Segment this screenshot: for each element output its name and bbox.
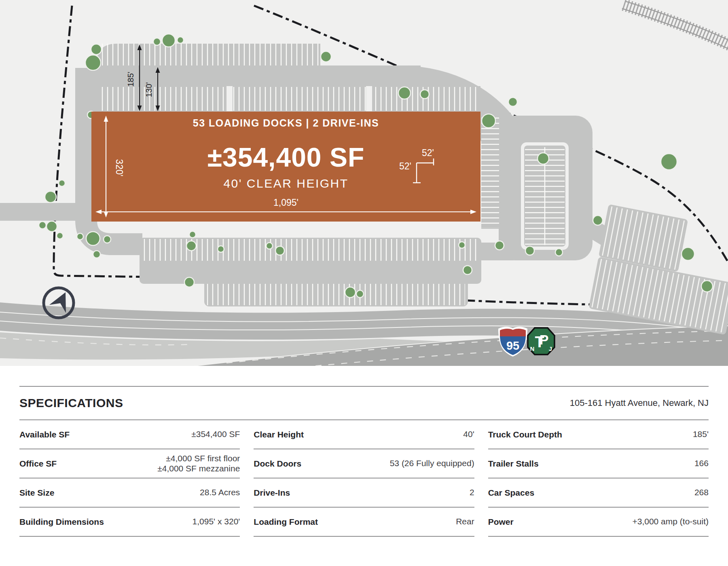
spec-value: 40' <box>463 429 474 439</box>
page-title: SPECIFICATIONS <box>19 396 123 410</box>
spec-row-trailer-stalls: Trailer Stalls 166 <box>488 449 709 478</box>
building: 53 LOADING DOCKS | 2 DRIVE-INS ±354,400 … <box>91 112 480 222</box>
svg-text:320': 320' <box>114 159 125 177</box>
spec-row-clear-height: Clear Height 40' <box>254 420 474 449</box>
building-docks-label: 53 LOADING DOCKS | 2 DRIVE-INS <box>193 117 379 129</box>
spec-label: Power <box>488 517 514 527</box>
bay-spacing-top-label: 52' <box>422 148 434 158</box>
building-size-label: ±354,400 SF <box>207 142 364 172</box>
spec-row-truck-court-depth: Truck Court Depth 185' <box>488 420 709 449</box>
spec-row-car-spaces: Car Spaces 268 <box>488 478 709 507</box>
spec-label: Car Spaces <box>488 488 534 498</box>
spec-value: Rear <box>456 517 474 526</box>
specs-grid: Available SF ±354,400 SF Office SF ±4,00… <box>19 420 709 536</box>
site-plan: 53 LOADING DOCKS | 2 DRIVE-INS ±354,400 … <box>0 0 728 366</box>
specs-column-3: Truck Court Depth 185' Trailer Stalls 16… <box>488 420 709 536</box>
specifications-section: SPECIFICATIONS 105-161 Hyatt Avenue, New… <box>19 386 709 536</box>
spec-row-available-sf: Available SF ±354,400 SF <box>19 420 240 449</box>
spec-value: ±354,400 SF <box>191 429 240 439</box>
spec-value: 268 <box>694 488 709 497</box>
property-address: 105-161 Hyatt Avenue, Newark, NJ <box>570 398 709 408</box>
spec-label: Trailer Stalls <box>488 459 539 469</box>
spec-label: Building Dimensions <box>19 517 104 527</box>
svg-text:J: J <box>549 345 552 352</box>
nj-turnpike-shield-icon: P T N J <box>528 328 554 355</box>
spec-row-site-size: Site Size 28.5 Acres <box>19 478 240 507</box>
spec-value: 1,095' x 320' <box>193 517 240 526</box>
spec-label: Available SF <box>19 430 70 439</box>
spec-label: Drive-Ins <box>254 488 290 498</box>
spec-row-power: Power +3,000 amp (to-suit) <box>488 507 709 536</box>
dock-depth-label: 130' <box>144 82 153 97</box>
specs-column-1: Available SF ±354,400 SF Office SF ±4,00… <box>19 420 240 536</box>
spec-row-office-sf: Office SF ±4,000 SF first floor ±4,000 S… <box>19 449 240 478</box>
site-plan-svg: 53 LOADING DOCKS | 2 DRIVE-INS ±354,400 … <box>0 0 728 366</box>
spec-value: 2 <box>470 488 474 497</box>
spec-value: +3,000 amp (to-suit) <box>632 517 709 526</box>
building-clear-height-label: 40' CLEAR HEIGHT <box>223 177 348 190</box>
spec-value: ±4,000 SF first floor ±4,000 SF mezzanin… <box>157 454 240 473</box>
spec-label: Loading Format <box>254 517 318 527</box>
svg-text:95: 95 <box>506 339 519 352</box>
spec-row-dock-doors: Dock Doors 53 (26 Fully equipped) <box>254 449 474 478</box>
svg-text:1,095': 1,095' <box>273 197 298 208</box>
spec-label: Clear Height <box>254 430 304 439</box>
truck-court-depth-label: 185' <box>126 72 135 87</box>
svg-text:N: N <box>530 345 535 352</box>
spec-value: 185' <box>693 429 709 439</box>
bay-spacing-left-label: 52' <box>399 161 411 171</box>
spec-value: 53 (26 Fully equipped) <box>390 458 474 468</box>
spec-label: Site Size <box>19 488 54 498</box>
spec-value: 166 <box>694 458 709 468</box>
spec-row-building-dimensions: Building Dimensions 1,095' x 320' <box>19 507 240 536</box>
spec-row-loading-format: Loading Format Rear <box>254 507 474 536</box>
specs-header: SPECIFICATIONS 105-161 Hyatt Avenue, New… <box>19 386 709 420</box>
spec-row-drive-ins: Drive-Ins 2 <box>254 478 474 507</box>
svg-text:T: T <box>535 334 544 351</box>
spec-label: Dock Doors <box>254 459 301 469</box>
spec-value: 28.5 Acres <box>200 488 240 497</box>
spec-label: Office SF <box>19 459 57 469</box>
specs-column-2: Clear Height 40' Dock Doors 53 (26 Fully… <box>254 420 474 536</box>
spec-label: Truck Court Depth <box>488 430 562 439</box>
